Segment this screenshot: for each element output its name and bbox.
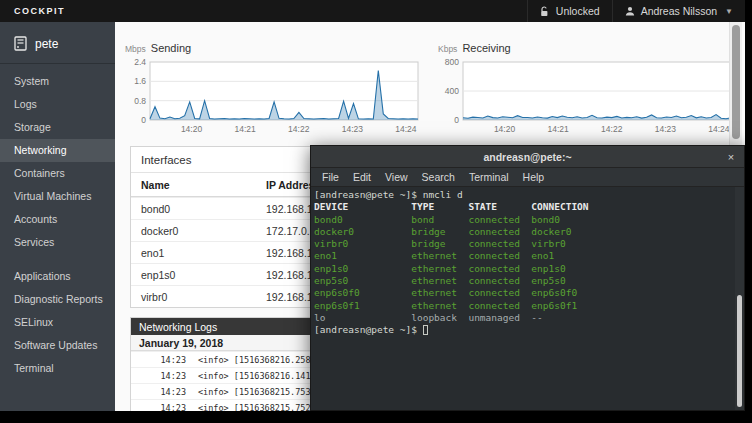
svg-text:14:24: 14:24 <box>395 124 417 134</box>
interface-name: enp1s0 <box>131 269 266 281</box>
user-name: Andreas Nilsson <box>641 5 717 17</box>
sidebar-item-diagnostic-reports[interactable]: Diagnostic Reports <box>0 288 115 311</box>
sending-plot: 00.81.62.414:2014:2114:2214:2314:24 <box>123 58 423 138</box>
receiving-unit-label: Kbps <box>438 44 457 54</box>
sidebar-nav: SystemLogsStorageNetworkingContainersVir… <box>0 70 115 380</box>
sidebar-item-storage[interactable]: Storage <box>0 116 115 139</box>
page-scrollbar-thumb[interactable] <box>732 25 740 139</box>
sidebar-item-services[interactable]: Services <box>0 231 115 254</box>
terminal-line: [andreasn@pete ~]$ <box>314 324 744 336</box>
top-bar: COCKPIT Unlocked Andreas Nilsson ▼ <box>0 0 745 22</box>
svg-text:0: 0 <box>141 115 146 125</box>
page-scrollbar[interactable] <box>729 22 742 145</box>
user-menu-button[interactable]: Andreas Nilsson ▼ <box>612 0 745 22</box>
sidebar-item-selinux[interactable]: SELinux <box>0 311 115 334</box>
sidebar-item-software-updates[interactable]: Software Updates <box>0 334 115 357</box>
svg-text:0: 0 <box>454 115 459 125</box>
svg-text:400: 400 <box>445 86 459 96</box>
sidebar-item-system[interactable]: System <box>0 70 115 93</box>
chevron-down-icon: ▼ <box>725 7 733 16</box>
sidebar-item-logs[interactable]: Logs <box>0 93 115 116</box>
terminal-body[interactable]: [andreasn@pete ~]$ nmcli dDEVICE TYPE ST… <box>311 187 744 410</box>
log-time: 14:23 <box>131 371 186 381</box>
svg-text:1.6: 1.6 <box>134 76 146 86</box>
svg-text:14:23: 14:23 <box>655 124 677 134</box>
sidebar-item-applications[interactable]: Applications <box>0 265 115 288</box>
close-icon[interactable]: × <box>718 151 744 163</box>
sidebar-item-terminal[interactable]: Terminal <box>0 357 115 380</box>
server-icon <box>14 36 27 51</box>
sidebar-item-networking[interactable]: Networking <box>0 139 115 162</box>
user-icon <box>625 6 635 16</box>
screen-edge-bottom <box>0 411 752 423</box>
terminal-menu-file[interactable]: File <box>315 169 346 185</box>
interface-name: docker0 <box>131 225 266 237</box>
interface-name: eno1 <box>131 247 266 259</box>
terminal-line: eno1 ethernet connected eno1 <box>314 250 744 262</box>
svg-text:14:20: 14:20 <box>181 124 203 134</box>
unlock-label: Unlocked <box>556 5 600 17</box>
unlock-icon <box>540 6 550 17</box>
terminal-titlebar[interactable]: andreasn@pete:~ × <box>311 146 744 168</box>
terminal-cursor <box>423 325 428 335</box>
svg-text:800: 800 <box>445 58 459 67</box>
terminal-line: enp6s0f1 ethernet connected enp6s0f1 <box>314 300 744 312</box>
sidebar-group-spacer <box>0 254 115 265</box>
terminal-line: enp5s0 ethernet connected enp5s0 <box>314 275 744 287</box>
svg-text:14:22: 14:22 <box>601 124 623 134</box>
sidebar-item-containers[interactable]: Containers <box>0 162 115 185</box>
terminal-line: lo loopback unmanaged -- <box>314 312 744 324</box>
receiving-plot: 040080014:2014:2114:2214:2314:24 <box>436 58 736 138</box>
svg-text:2.4: 2.4 <box>134 58 146 67</box>
svg-text:0.8: 0.8 <box>134 96 146 106</box>
terminal-line: virbr0 bridge connected virbr0 <box>314 238 744 250</box>
svg-text:14:20: 14:20 <box>494 124 516 134</box>
terminal-scrollbar[interactable] <box>735 187 744 410</box>
terminal-menu-edit[interactable]: Edit <box>346 169 378 185</box>
log-time: 14:23 <box>131 387 186 397</box>
interface-name: virbr0 <box>131 291 266 303</box>
terminal-line: enp6s0f0 ethernet connected enp6s0f0 <box>314 287 744 299</box>
terminal-menu-terminal[interactable]: Terminal <box>462 169 516 185</box>
receiving-chart: Kbps Receiving 040080014:2014:2114:2214:… <box>436 42 738 142</box>
cockpit-brand: COCKPIT <box>14 6 65 16</box>
terminal-scrollbar-thumb[interactable] <box>737 295 742 407</box>
host-name: pete <box>35 37 58 51</box>
receiving-title: Receiving <box>462 42 510 54</box>
svg-text:14:24: 14:24 <box>708 124 730 134</box>
sidebar-item-accounts[interactable]: Accounts <box>0 208 115 231</box>
svg-text:14:22: 14:22 <box>288 124 310 134</box>
host-selector[interactable]: pete <box>0 22 115 63</box>
unlock-status-button[interactable]: Unlocked <box>527 0 612 22</box>
terminal-window: andreasn@pete:~ × FileEditViewSearchTerm… <box>310 145 745 411</box>
terminal-line: enp1s0 ethernet connected enp1s0 <box>314 263 744 275</box>
svg-text:14:23: 14:23 <box>342 124 364 134</box>
terminal-line: [andreasn@pete ~]$ nmcli d <box>314 189 744 201</box>
terminal-menubar: FileEditViewSearchTerminalHelp <box>311 168 744 187</box>
terminal-line: DEVICE TYPE STATE CONNECTION <box>314 201 744 213</box>
interface-name: bond0 <box>131 203 266 215</box>
log-time: 14:23 <box>131 355 186 365</box>
terminal-line: docker0 bridge connected docker0 <box>314 226 744 238</box>
svg-text:14:21: 14:21 <box>234 124 256 134</box>
sending-unit-label: Mbps <box>125 44 146 54</box>
screen-edge-right <box>745 0 752 423</box>
svg-text:14:21: 14:21 <box>547 124 569 134</box>
terminal-menu-help[interactable]: Help <box>516 169 552 185</box>
sending-chart: Mbps Sending 00.81.62.414:2014:2114:2214… <box>123 42 425 142</box>
col-name: Name <box>131 179 266 191</box>
sidebar-item-virtual-machines[interactable]: Virtual Machines <box>0 185 115 208</box>
terminal-title: andreasn@pete:~ <box>337 151 718 163</box>
terminal-menu-view[interactable]: View <box>378 169 415 185</box>
sidebar: pete SystemLogsStorageNetworkingContaine… <box>0 22 115 411</box>
terminal-line: bond0 bond connected bond0 <box>314 214 744 226</box>
screen: COCKPIT Unlocked Andreas Nilsson ▼ p <box>0 0 752 423</box>
sidebar-divider <box>0 63 115 64</box>
sending-title: Sending <box>151 42 191 54</box>
terminal-menu-search[interactable]: Search <box>415 169 462 185</box>
